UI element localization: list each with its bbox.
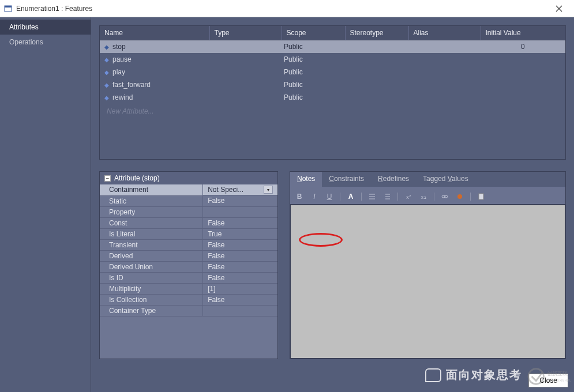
- notes-tabs: Notes Constraints Redefines Tagged Value…: [290, 172, 565, 187]
- window-title: Enumeration1 : Features: [16, 5, 547, 13]
- col-type[interactable]: Type: [209, 26, 282, 40]
- notes-toolbar: B I U A x² x₂: [290, 189, 565, 205]
- table-row[interactable]: ◆rewindPublic: [100, 91, 565, 104]
- svg-rect-1: [5, 6, 12, 7]
- property-grid-header[interactable]: − Attribute (stop): [100, 172, 277, 184]
- notes-panel: Notes Constraints Redefines Tagged Value…: [290, 171, 566, 359]
- window-icon: [3, 4, 13, 13]
- underline-button[interactable]: U: [324, 191, 335, 202]
- collapse-icon[interactable]: −: [104, 175, 111, 182]
- property-row[interactable]: StaticFalse: [100, 195, 277, 206]
- property-row[interactable]: Multiplicity[1]: [100, 283, 277, 294]
- attribute-grid: Name Type Scope Stereotype Alias Initial…: [99, 25, 566, 160]
- property-row[interactable]: Is IDFalse: [100, 272, 277, 283]
- col-initial[interactable]: Initial Value: [481, 26, 565, 40]
- tab-redefines[interactable]: Redefines: [371, 172, 416, 187]
- notes-text-area[interactable]: [290, 205, 565, 359]
- property-row[interactable]: Property: [100, 206, 277, 217]
- svg-point-3: [444, 195, 448, 198]
- insert-button[interactable]: [454, 191, 466, 202]
- document-button[interactable]: [475, 191, 487, 202]
- property-grid: − Attribute (stop) ContainmentNot Speci.…: [99, 171, 278, 359]
- property-row[interactable]: ConstFalse: [100, 217, 277, 228]
- sidebar: Attributes Operations: [0, 17, 91, 392]
- table-row[interactable]: ◆fast_forwardPublic: [100, 78, 565, 91]
- close-button[interactable]: Close: [528, 374, 568, 387]
- list-button[interactable]: [366, 191, 378, 202]
- property-row[interactable]: ContainmentNot Speci...▾: [100, 184, 277, 195]
- new-attribute-placeholder[interactable]: New Attribute...: [100, 104, 565, 119]
- superscript-button[interactable]: x²: [403, 191, 414, 202]
- property-row[interactable]: Container Type: [100, 305, 277, 316]
- col-stereotype[interactable]: Stereotype: [345, 26, 408, 40]
- svg-point-4: [457, 194, 462, 199]
- italic-button[interactable]: I: [309, 191, 320, 202]
- window-close-button[interactable]: [547, 1, 571, 17]
- table-row[interactable]: ◆pausePublic: [100, 53, 565, 66]
- attribute-icon: ◆: [104, 69, 109, 76]
- bold-button[interactable]: B: [294, 191, 305, 202]
- property-row[interactable]: Is CollectionFalse: [100, 294, 277, 305]
- attribute-icon: ◆: [104, 95, 109, 101]
- svg-rect-5: [479, 194, 483, 199]
- col-scope[interactable]: Scope: [282, 26, 345, 40]
- watermark-text: 面向对象思考: [425, 367, 522, 383]
- tab-constraints[interactable]: Constraints: [322, 172, 371, 187]
- subscript-button[interactable]: x₂: [418, 191, 429, 202]
- attribute-icon: ◆: [104, 44, 109, 50]
- attribute-icon: ◆: [104, 82, 109, 88]
- property-row[interactable]: DerivedFalse: [100, 250, 277, 261]
- font-color-button[interactable]: A: [345, 191, 357, 202]
- property-row[interactable]: TransientFalse: [100, 239, 277, 250]
- sidebar-item-attributes[interactable]: Attributes: [0, 20, 91, 35]
- table-row[interactable]: ◆stopPublic0: [100, 40, 565, 54]
- col-name[interactable]: Name: [100, 26, 209, 40]
- property-row[interactable]: Derived UnionFalse: [100, 261, 277, 272]
- hyperlink-button[interactable]: [439, 191, 451, 202]
- list-numbered-button[interactable]: [381, 191, 393, 202]
- attribute-icon: ◆: [104, 56, 109, 63]
- tab-tagged-values[interactable]: Tagged Values: [416, 172, 475, 187]
- tab-notes[interactable]: Notes: [290, 172, 322, 187]
- sidebar-item-operations[interactable]: Operations: [0, 35, 91, 50]
- grid-header-row: Name Type Scope Stereotype Alias Initial…: [100, 26, 565, 40]
- col-alias[interactable]: Alias: [408, 26, 481, 40]
- titlebar: Enumeration1 : Features: [0, 0, 574, 17]
- dropdown-button[interactable]: ▾: [264, 186, 273, 194]
- table-row[interactable]: ◆playPublic: [100, 66, 565, 78]
- property-row[interactable]: Is LiteralTrue: [100, 228, 277, 239]
- main-panel: Name Type Scope Stereotype Alias Initial…: [91, 17, 574, 392]
